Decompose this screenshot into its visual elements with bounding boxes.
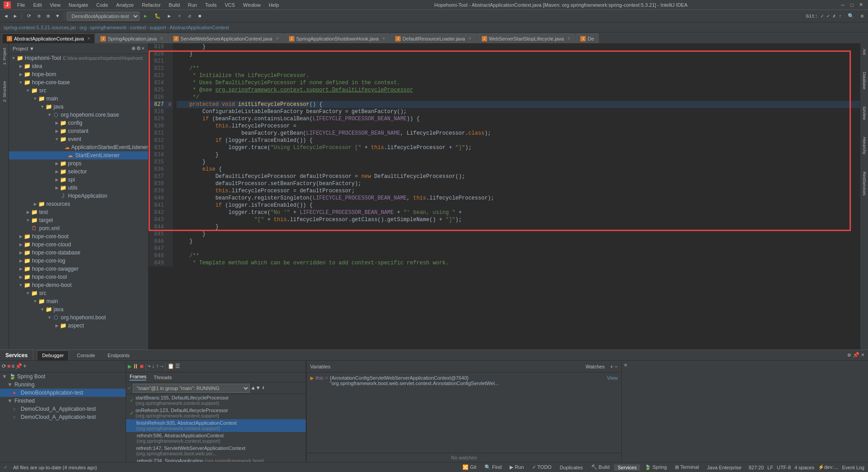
code-area[interactable]: 819 820 821 822 823 824 825 826 827⏸ 828 — [149, 43, 860, 349]
menu-edit[interactable]: Edit — [30, 1, 45, 9]
close-button[interactable]: ✕ — [857, 1, 864, 9]
menu-refactor[interactable]: Refactor — [138, 1, 164, 9]
menu-code[interactable]: Code — [93, 1, 112, 9]
frame-refresh586[interactable]: refresh:586, AbstractApplicationContext … — [126, 432, 306, 445]
menu-navigate[interactable]: Navigate — [65, 1, 91, 9]
debug-button[interactable]: 🐛 — [152, 12, 163, 20]
frames-tab[interactable]: Frames — [130, 374, 146, 381]
right-tab-saview[interactable]: SaView — [861, 103, 868, 123]
toolbar-sync[interactable]: ⟳ — [24, 12, 34, 20]
tree-utils[interactable]: ▶ 📁 utils — [9, 184, 148, 192]
bottom-close-icon[interactable]: × — [861, 352, 864, 359]
toolbar-collapse[interactable]: ▼ — [54, 13, 62, 20]
debug-eval-icon[interactable]: 📋 — [167, 363, 174, 370]
tree-hope-core-cloud[interactable]: ▶ 📁 hope-core-cloud — [9, 241, 148, 249]
right-tab-restservices[interactable]: RestServices — [861, 168, 868, 199]
status-indent[interactable]: 4 spaces — [795, 465, 814, 470]
tab-close-2[interactable]: × — [160, 36, 163, 41]
svc-stop-icon[interactable]: ■ — [7, 363, 10, 370]
bottom-edge-icon[interactable]: ≡ — [624, 363, 627, 368]
tab-close-4[interactable]: × — [382, 36, 385, 41]
debugger-settings-icon[interactable]: ⚙ — [848, 352, 851, 359]
toolbar-settings-right[interactable]: ⚙ — [858, 12, 866, 20]
toolbar-back[interactable]: ◀ — [2, 12, 10, 20]
tree-src-2[interactable]: ▼ 📁 src — [9, 289, 148, 297]
toolbar-search[interactable]: 🔍 — [845, 12, 857, 20]
tree-src-1[interactable]: ▼ 📁 src — [9, 86, 148, 95]
tree-hope-core-log[interactable]: ▶ 📁 hope-core-log — [9, 257, 148, 265]
tree-target-1[interactable]: ▼ 📁 target — [9, 216, 148, 224]
tree-start-event[interactable]: ☁ StartEventListener — [9, 151, 148, 159]
tree-props[interactable]: ▶ 📁 props — [9, 159, 148, 168]
thread-filter-icon[interactable]: ⬇ — [262, 385, 265, 391]
tree-hope-core-tool[interactable]: ▶ 📁 hope-core-tool — [9, 273, 148, 281]
tab-abstract[interactable]: J AbstractApplicationContext.java × — [2, 33, 95, 43]
tree-root[interactable]: ▼ 📁 Hopehomi-Tool E:\idea-workspace\hope… — [9, 54, 148, 62]
svc-demo-boot-app[interactable]: ● DemoBootApplication-test — [0, 389, 126, 397]
menu-view[interactable]: View — [46, 1, 64, 9]
tree-main-2[interactable]: ▼ 📁 main — [9, 297, 148, 305]
tree-hope-app[interactable]: J HopeApplication — [9, 192, 148, 200]
tree-hope-core-boot[interactable]: ▶ 📁 hope-core-boot — [9, 232, 148, 241]
menu-file[interactable]: File — [14, 1, 29, 9]
vars-add-watch[interactable]: + — [610, 364, 613, 369]
debug-stop-icon[interactable]: ■ — [140, 363, 143, 370]
tab-shutdown[interactable]: J SpringApplicationShutdownHook.java × — [284, 33, 390, 43]
debug-run-to-cursor[interactable]: → — [160, 363, 163, 370]
tree-test-1[interactable]: ▶ 📁 test — [9, 208, 148, 216]
tree-pom-1[interactable]: 🗒 pom.xml — [9, 224, 148, 232]
tree-java-1[interactable]: ▼ 📁 java — [9, 103, 148, 111]
toolbar-stop[interactable]: ■ — [196, 13, 204, 20]
menu-tools[interactable]: Tools — [201, 1, 220, 9]
status-git-btn[interactable]: 🔀 Git — [459, 464, 480, 471]
status-spring-btn[interactable]: 🍃 Spring — [641, 464, 670, 471]
run-config-select[interactable]: DemoBootApplication-test — [67, 12, 140, 21]
thread-down-icon[interactable]: ▼ — [257, 385, 260, 391]
svc-add-icon[interactable]: + — [23, 363, 26, 370]
tree-java-2[interactable]: ▼ 📁 java — [9, 305, 148, 313]
status-lf[interactable]: LF — [768, 465, 773, 470]
tree-app-started[interactable]: ☁ ApplicationStartedEventListener — [9, 143, 148, 151]
tab-close-3[interactable]: × — [276, 36, 279, 41]
tree-idea[interactable]: ▶ 📁 idea — [9, 62, 148, 70]
frame-refresh734[interactable]: refresh:734, SpringApplication (org.spri… — [126, 457, 306, 462]
tab-webserver[interactable]: J WebServerStartStopLifecycle.java × — [477, 33, 575, 43]
bc-class[interactable]: AbstractApplicationContext — [170, 25, 229, 30]
menu-vcs[interactable]: VCS — [221, 1, 239, 9]
frame-finishrefresh[interactable]: finishRefresh:935, AbstractApplicationCo… — [126, 419, 306, 432]
thread-dropdown[interactable]: "main"@1 in group "main": RUNNING — [133, 384, 250, 393]
tree-config[interactable]: ▶ 📁 config — [9, 119, 148, 127]
left-tab-structure[interactable]: 2: Structure — [1, 77, 8, 106]
bc-org[interactable]: org — [79, 25, 86, 30]
tree-spi[interactable]: ▶ 📁 spi — [9, 176, 148, 184]
tree-hope-core-db[interactable]: ▶ 📁 hope-core-database — [9, 249, 148, 257]
thread-up-icon[interactable]: ▲ — [252, 385, 255, 391]
svc-running-group[interactable]: ▼ Running — [0, 381, 126, 389]
tree-aspect[interactable]: ▶ 📁 aspect — [9, 322, 148, 330]
debug-step-into[interactable]: ↓ — [152, 363, 155, 370]
debug-step-out[interactable]: ↑ — [156, 363, 159, 370]
bc-support[interactable]: support — [149, 25, 166, 30]
tab-close-1[interactable]: × — [87, 36, 90, 41]
tab-resource[interactable]: J DefaultResourceLoader.java × — [390, 33, 476, 43]
sidebar-icon-close[interactable]: × — [142, 45, 145, 51]
vars-view-link[interactable]: View — [607, 375, 618, 381]
svc-toggle-icon[interactable]: ≡ — [11, 363, 14, 370]
debug-pause-icon[interactable]: ⏸ — [132, 363, 139, 370]
bc-springframework[interactable]: springframework — [90, 25, 127, 30]
toolbar-more-run[interactable]: ⚡ — [175, 12, 184, 20]
sidebar-icon-settings[interactable]: ⚙ — [136, 45, 141, 51]
svc-cloud-a-1[interactable]: ○ DemoCloud_A_Application-test — [0, 405, 126, 413]
tab-close-6[interactable]: × — [567, 36, 570, 41]
menu-help[interactable]: Help — [265, 1, 283, 9]
services-tab-header[interactable]: Services — [0, 350, 33, 360]
status-event-log[interactable]: Event Log — [842, 465, 864, 470]
tab-debugger[interactable]: Debugger — [37, 350, 68, 360]
tree-hope-core-swagger[interactable]: ▶ 📁 hope-core-swagger — [9, 265, 148, 273]
debug-step-over[interactable]: ↷ — [148, 363, 151, 370]
right-tab-ant[interactable]: Ant — [861, 45, 868, 59]
tree-package-2[interactable]: ▼ ⬡ org.hopehomi.boot — [9, 313, 148, 322]
svc-pin-icon[interactable]: 📌 — [15, 363, 22, 370]
status-duplicates-btn[interactable]: Duplicates — [556, 464, 586, 471]
debug-frames-icon[interactable]: ☰ — [175, 363, 180, 370]
